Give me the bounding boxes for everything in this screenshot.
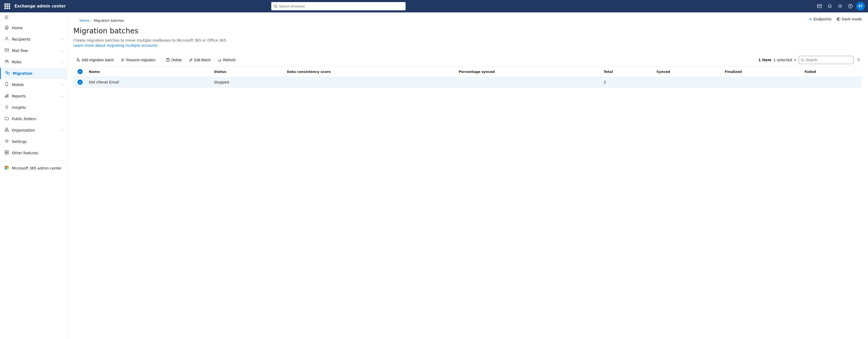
chevron-down-icon-2: › bbox=[62, 49, 63, 53]
edit-batch-button[interactable]: Edit Batch bbox=[186, 56, 214, 64]
darkmode-icon bbox=[837, 17, 840, 21]
col-finalized: Finalized bbox=[722, 66, 802, 77]
svg-point-13 bbox=[5, 60, 7, 61]
m365-icon bbox=[4, 165, 9, 171]
endpoints-icon bbox=[808, 17, 812, 21]
col-synced: Synced bbox=[653, 66, 721, 77]
svg-rect-2 bbox=[817, 5, 822, 8]
sidebar-item-label-insights: Insights bbox=[12, 105, 63, 110]
col-status: Status bbox=[211, 66, 284, 77]
svg-rect-15 bbox=[6, 71, 7, 73]
global-search-box[interactable] bbox=[271, 2, 406, 10]
table-search-icon bbox=[801, 58, 804, 62]
sidebar-item-label-mail-flow: Mail flow bbox=[12, 49, 59, 53]
sidebar-item-label-migration: Migration bbox=[13, 71, 63, 75]
clear-selection-button[interactable]: ✕ bbox=[794, 58, 797, 62]
add-migration-batch-button[interactable]: Add migration batch bbox=[73, 56, 117, 64]
col-total: Total bbox=[601, 66, 653, 77]
other-features-icon bbox=[4, 150, 9, 156]
sidebar-item-roles[interactable]: Roles › bbox=[0, 56, 67, 68]
settings-icon bbox=[4, 139, 9, 144]
breadcrumb-home[interactable]: Home bbox=[80, 19, 89, 23]
col-failed: Failed bbox=[802, 66, 862, 77]
svg-rect-30 bbox=[7, 153, 8, 154]
refresh-button[interactable]: Refresh bbox=[215, 56, 239, 64]
settings-icon-btn[interactable] bbox=[835, 2, 845, 11]
learn-more-link[interactable]: Learn more about migrating multiple acco… bbox=[73, 43, 158, 48]
chevron-down-icon-6: › bbox=[62, 129, 63, 132]
global-search-input[interactable] bbox=[279, 4, 403, 8]
resume-migration-button[interactable]: Resume migration bbox=[118, 56, 159, 64]
sidebar-item-m365[interactable]: Microsoft 365 admin center bbox=[0, 163, 67, 174]
svg-rect-16 bbox=[8, 72, 9, 74]
cell-name: Old cPanel Email bbox=[86, 77, 211, 88]
svg-point-35 bbox=[77, 59, 79, 60]
add-migration-batch-label: Add migration batch bbox=[82, 58, 114, 62]
search-icon bbox=[274, 4, 277, 8]
insights-icon bbox=[4, 105, 9, 110]
sidebar-item-reports[interactable]: Reports › bbox=[0, 90, 67, 102]
col-percentage-synced: Percentage synced bbox=[456, 66, 601, 77]
svg-rect-21 bbox=[7, 94, 8, 97]
sidebar-item-public-folders[interactable]: Public folders bbox=[0, 113, 67, 125]
waffle-menu[interactable] bbox=[3, 2, 11, 10]
sidebar-item-other-features[interactable]: Other features bbox=[0, 147, 67, 159]
sidebar-item-label-recipients: Recipients bbox=[12, 37, 59, 41]
row-checkbox[interactable] bbox=[78, 80, 83, 85]
sidebar-item-label-reports: Reports bbox=[12, 94, 59, 98]
endpoints-label: Endpoints bbox=[813, 17, 832, 21]
page-title: Migration batches bbox=[73, 27, 862, 35]
help-icon-btn[interactable]: ? bbox=[846, 2, 855, 11]
sidebar-item-recipients[interactable]: Recipients › bbox=[0, 34, 67, 45]
filter-button[interactable] bbox=[856, 57, 862, 63]
organization-icon bbox=[4, 128, 9, 133]
svg-rect-27 bbox=[5, 151, 6, 152]
sidebar-item-mobile[interactable]: Mobile › bbox=[0, 79, 67, 90]
edit-batch-label: Edit Batch bbox=[194, 58, 211, 62]
row-checkbox-cell[interactable] bbox=[73, 77, 86, 88]
sidebar-item-settings[interactable]: Settings bbox=[0, 136, 67, 147]
svg-rect-28 bbox=[7, 151, 8, 152]
svg-rect-32 bbox=[7, 166, 8, 168]
migration-icon bbox=[5, 71, 10, 76]
table-row[interactable]: Old cPanel EmailStopped2 bbox=[73, 77, 862, 88]
add-person-icon bbox=[76, 58, 80, 62]
cell-synced bbox=[653, 77, 721, 88]
svg-point-26 bbox=[6, 141, 7, 142]
sidebar-item-migration[interactable]: Migration bbox=[0, 68, 67, 79]
mail-icon-btn[interactable] bbox=[815, 2, 824, 11]
darkmode-btn[interactable]: Dark mode bbox=[837, 17, 862, 21]
sidebar-item-home[interactable]: Home bbox=[0, 22, 67, 34]
svg-rect-31 bbox=[5, 166, 7, 168]
sidebar-collapse-btn[interactable] bbox=[0, 12, 67, 22]
chevron-down-icon-5: › bbox=[62, 95, 63, 98]
breadcrumb: Home › Migration batches bbox=[73, 16, 130, 23]
col-data-consistency: Data consistency score bbox=[284, 66, 456, 77]
topnav: Exchange admin center ? ST bbox=[0, 0, 868, 12]
table-search-box[interactable] bbox=[799, 56, 854, 64]
mobile-icon bbox=[4, 82, 9, 87]
bell-icon-btn[interactable] bbox=[825, 2, 834, 11]
svg-point-11 bbox=[6, 37, 7, 39]
sidebar-item-label-roles: Roles bbox=[12, 60, 59, 64]
cell-percentage_synced bbox=[456, 77, 601, 88]
item-count: 1 item bbox=[758, 58, 771, 62]
endpoints-btn[interactable]: Endpoints bbox=[808, 17, 832, 21]
delete-button[interactable]: Delete bbox=[163, 56, 185, 64]
avatar[interactable]: ST bbox=[856, 2, 865, 10]
svg-text:?: ? bbox=[850, 5, 851, 8]
chevron-down-icon-4: › bbox=[62, 83, 63, 87]
svg-rect-25 bbox=[7, 130, 8, 131]
play-icon bbox=[121, 58, 125, 62]
svg-point-3 bbox=[839, 6, 841, 7]
sidebar-item-mail-flow[interactable]: Mail flow › bbox=[0, 45, 67, 56]
sidebar-item-organization[interactable]: Organization › bbox=[0, 125, 67, 136]
cell-status: Stopped bbox=[211, 77, 284, 88]
sidebar-item-insights[interactable]: Insights bbox=[0, 102, 67, 113]
svg-rect-34 bbox=[7, 168, 8, 170]
svg-rect-33 bbox=[5, 168, 7, 170]
svg-rect-20 bbox=[6, 95, 7, 97]
reports-icon bbox=[4, 94, 9, 99]
select-all-checkbox[interactable] bbox=[78, 69, 83, 74]
table-search-input[interactable] bbox=[806, 58, 851, 62]
